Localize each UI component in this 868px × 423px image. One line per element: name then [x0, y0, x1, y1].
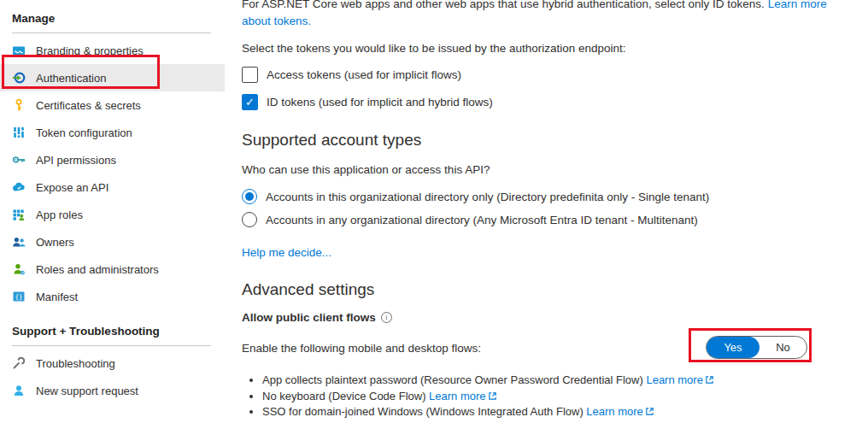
multitenant-row: Accounts in any organizational directory… [242, 211, 853, 228]
api-permissions-icon [12, 153, 26, 167]
learn-more-link[interactable]: Learn more [429, 390, 485, 402]
authentication-icon [12, 71, 26, 85]
divider [12, 32, 211, 33]
access-tokens-row: Access tokens (used for implicit flows) [242, 65, 853, 84]
intro-text: For ASP.NET Core web apps and other web … [242, 0, 765, 10]
external-link-icon [488, 390, 497, 405]
owners-icon [12, 235, 26, 249]
expose-an-api-icon [12, 180, 26, 194]
sidebar-item-label: Troubleshooting [36, 357, 115, 370]
sidebar-item-label: Token configuration [36, 126, 132, 139]
token-configuration-icon [12, 126, 26, 139]
sidebar-section-header-manage: Manage [0, 0, 226, 32]
app-roles-icon [12, 208, 26, 221]
info-icon[interactable]: i [381, 312, 392, 323]
access-tokens-label: Access tokens (used for implicit flows) [267, 68, 461, 81]
supported-account-types-heading: Supported account types [242, 130, 853, 150]
sidebar-item-troubleshooting[interactable]: Troubleshooting [0, 350, 226, 377]
toggle-no-button[interactable]: No [760, 337, 806, 358]
sidebar-item-label: New support request [36, 385, 138, 397]
sidebar-item-roles-and-administrators[interactable]: Roles and administrators [0, 256, 226, 283]
allow-public-client-flows-row: Allow public client flows i [242, 311, 853, 324]
sidebar-item-label: Owners [36, 236, 74, 249]
access-tokens-checkbox[interactable] [242, 67, 258, 83]
sidebar-item-label: Roles and administrators [36, 263, 159, 276]
flow-text: SSO for domain-joined Windows (Windows I… [262, 405, 584, 418]
sidebar-item-new-support-request[interactable]: New support request [0, 377, 226, 404]
sidebar-item-owners[interactable]: Owners [0, 228, 226, 256]
sidebar-item-label: Expose an API [36, 181, 108, 194]
token-prompt: Select the tokens you would like to be i… [242, 41, 853, 56]
flow-text: No keyboard (Device Code Flow) [262, 390, 425, 402]
certificates-icon [12, 98, 26, 112]
allow-public-client-flows-label: Allow public client flows [242, 311, 376, 324]
single-tenant-row: Accounts in this organizational director… [242, 188, 853, 205]
learn-more-link[interactable]: Learn more [646, 373, 702, 386]
multitenant-radio[interactable] [242, 212, 257, 227]
multitenant-label: Accounts in any organizational directory… [266, 214, 698, 226]
single-tenant-radio[interactable] [242, 189, 257, 204]
sidebar-item-token-configuration[interactable]: Token configuration [0, 119, 226, 146]
single-tenant-label: Accounts in this organizational director… [266, 191, 709, 203]
sidebar-item-branding-properties[interactable]: Branding & properties [0, 37, 226, 64]
id-tokens-row: ✓ ID tokens (used for implicit and hybri… [242, 92, 853, 111]
sidebar-section-header-support: Support + Troubleshooting [0, 310, 226, 345]
toggle-yes-button[interactable]: Yes [707, 337, 760, 358]
sidebar-item-label: Authentication [36, 72, 106, 85]
sidebar-item-label: Branding & properties [36, 44, 144, 57]
roles-and-administrators-icon [12, 262, 26, 276]
sidebar-item-expose-an-api[interactable]: Expose an API [0, 173, 226, 201]
list-item: No keyboard (Device Code Flow) Learn mor… [262, 389, 853, 405]
sidebar-item-api-permissions[interactable]: API permissions [0, 146, 226, 173]
sidebar-item-certificates-secrets[interactable]: Certificates & secrets [0, 91, 226, 119]
sidebar-item-app-roles[interactable]: App roles [0, 201, 226, 228]
flow-text: App collects plaintext password (Resourc… [262, 373, 643, 386]
id-tokens-label: ID tokens (used for implicit and hybrid … [267, 96, 493, 109]
id-tokens-checkbox[interactable]: ✓ [242, 94, 258, 110]
external-link-icon [645, 405, 654, 420]
sidebar-item-label: App roles [36, 209, 83, 221]
advanced-settings-heading: Advanced settings [242, 279, 853, 300]
sidebar: Manage Branding & properties Authenticat… [0, 0, 226, 423]
learn-more-link[interactable]: Learn more [586, 405, 642, 418]
new-support-request-icon [12, 384, 26, 397]
list-item: App collects plaintext password (Resourc… [262, 373, 853, 389]
sidebar-item-manifest[interactable]: {} Manifest [0, 283, 226, 310]
sidebar-item-authentication[interactable]: Authentication [0, 64, 225, 91]
branding-icon [12, 44, 26, 57]
intro-paragraph: For ASP.NET Core web apps and other web … [242, 0, 853, 30]
authentication-blade: Manage Branding & properties Authenticat… [0, 0, 868, 423]
list-item: SSO for domain-joined Windows (Windows I… [262, 404, 853, 420]
troubleshooting-icon [12, 356, 26, 370]
account-types-question: Who can use this application or access t… [242, 162, 853, 178]
sidebar-item-label: API permissions [36, 154, 116, 167]
help-me-decide-link[interactable]: Help me decide... [242, 245, 331, 261]
svg-text:{}: {} [15, 293, 22, 301]
divider [12, 345, 211, 346]
mobile-desktop-flows-list: App collects plaintext password (Resourc… [242, 373, 853, 420]
sidebar-item-label: Certificates & secrets [36, 99, 141, 112]
manifest-icon: {} [12, 290, 26, 303]
public-client-flows-toggle: Yes No [706, 336, 807, 359]
sidebar-item-label: Manifest [36, 291, 78, 303]
external-link-icon [705, 373, 714, 389]
